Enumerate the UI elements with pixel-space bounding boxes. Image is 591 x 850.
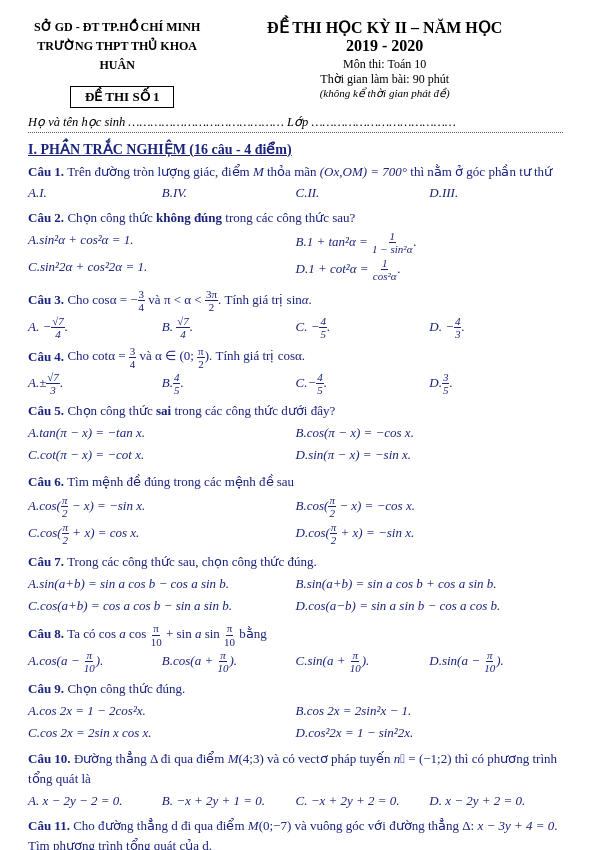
cau6-answers: A.cos(π2 − x) = −sin x. B.cos(π2 − x) = … <box>28 493 563 547</box>
cau10-ans-c: C. −x + 2y + 2 = 0. <box>296 791 430 811</box>
cau7-ans-c: C.cos(a+b) = cos a cos b − sin a sin b. <box>28 595 296 617</box>
section1-title: I. PHẦN TRẮC NGHIỆM (16 câu - 4 điểm) <box>28 141 563 158</box>
cau2-answers: A.sin²α + cos²α = 1. B.1 + tan²α = 11 − … <box>28 229 563 283</box>
exam-subject: Môn thi: Toán 10 <box>206 57 563 72</box>
cau11-text: Cho đường thẳng d đi qua điểm M(0;−7) và… <box>28 818 558 850</box>
cau2-text: Chọn công thức không đúng trong các công… <box>67 210 355 225</box>
cau9-answers: A.cos 2x = 1 − 2cos²x. B.cos 2x = 2sin²x… <box>28 700 563 744</box>
cau4-ans-d: D.35. <box>429 371 563 396</box>
school-info: SỞ GD - ĐT TP.HỒ CHÍ MINH TRƯỜNG THPT TH… <box>28 18 206 108</box>
cau10: Câu 10. Đường thẳng Δ đi qua điểm M(4;3)… <box>28 749 563 810</box>
cau1-ans-a: A.I. <box>28 183 162 203</box>
cau2-label: Câu 2. <box>28 210 64 225</box>
cau8-answers: A.cos(a − π10). B.cos(a + π10). C.sin(a … <box>28 649 563 674</box>
cau4-answers: A.±√73. B.45. C.−45. D.35. <box>28 371 563 396</box>
cau10-label: Câu 10. <box>28 751 71 766</box>
cau3-ans-b: B. √74. <box>162 315 296 340</box>
cau9-ans-d: D.cos²2x = 1 − sin²2x. <box>296 722 564 744</box>
cau8-ans-d: D.sin(a − π10). <box>429 649 563 674</box>
cau6-label: Câu 6. <box>28 474 64 489</box>
cau8: Câu 8. Ta có cos a cos π10 + sin a sin π… <box>28 622 563 673</box>
cau9-ans-c: C.cos 2x = 2sin x cos x. <box>28 722 296 744</box>
exam-title-block: ĐỀ THI HỌC KỲ II – NĂM HỌC 2019 - 2020 M… <box>206 18 563 100</box>
cau3-answers: A. −√74. B. √74. C. −45. D. −43. <box>28 315 563 340</box>
cau10-answers: A. x − 2y − 2 = 0. B. −x + 2y + 1 = 0. C… <box>28 791 563 811</box>
cau9-text: Chọn công thức đúng. <box>67 681 185 696</box>
cau5-ans-a: A.tan(π − x) = −tan x. <box>28 422 296 444</box>
cau8-ans-b: B.cos(a + π10). <box>162 649 296 674</box>
cau5: Câu 5. Chọn công thức sai trong các công… <box>28 401 563 466</box>
cau5-ans-d: D.sin(π − x) = −sin x. <box>296 444 564 466</box>
school-line1: SỞ GD - ĐT TP.HỒ CHÍ MINH <box>28 18 206 37</box>
cau11: Câu 11. Cho đường thẳng d đi qua điểm M(… <box>28 816 563 850</box>
cau2: Câu 2. Chọn công thức không đúng trong c… <box>28 208 563 284</box>
cau7-ans-d: D.cos(a−b) = sin a sin b − cos a cos b. <box>296 595 564 617</box>
cau8-text: Ta có cos a cos π10 + sin a sin π10 bằng <box>67 626 267 641</box>
exam-note: (không kể thời gian phát đề) <box>206 87 563 100</box>
cau9-ans-a: A.cos 2x = 1 − 2cos²x. <box>28 700 296 722</box>
cau4-label: Câu 4. <box>28 348 64 363</box>
cau2-ans-b: B.1 + tan²α = 11 − sin²α. <box>296 229 564 256</box>
cau4-text: Cho cotα = 34 và α ∈ (0; π2). Tính giá t… <box>67 348 305 363</box>
cau5-label: Câu 5. <box>28 403 64 418</box>
cau3-text: Cho cosα = −34 và π < α < 3π2. Tính giá … <box>67 292 311 307</box>
exam-title-line2: 2019 - 2020 <box>206 37 563 55</box>
cau8-ans-a: A.cos(a − π10). <box>28 649 162 674</box>
cau10-ans-d: D. x − 2y + 2 = 0. <box>429 791 563 811</box>
cau2-ans-a: A.sin²α + cos²α = 1. <box>28 229 296 256</box>
cau1-ans-b: B.IV. <box>162 183 296 203</box>
cau7-text: Trong các công thức sau, chọn công thức … <box>67 554 317 569</box>
school-line2: TRƯỜNG THPT THỦ KHOA HUÂN <box>28 37 206 75</box>
cau7-answers: A.sin(a+b) = sin a cos b − cos a sin b. … <box>28 573 563 617</box>
exam-time: Thời gian làm bài: 90 phút <box>206 72 563 87</box>
cau6-ans-a: A.cos(π2 − x) = −sin x. <box>28 493 296 520</box>
cau9-label: Câu 9. <box>28 681 64 696</box>
cau8-label: Câu 8. <box>28 626 64 641</box>
cau7: Câu 7. Trong các công thức sau, chọn côn… <box>28 552 563 617</box>
cau10-ans-b: B. −x + 2y + 1 = 0. <box>162 791 296 811</box>
cau9-ans-b: B.cos 2x = 2sin²x − 1. <box>296 700 564 722</box>
cau4-ans-a: A.±√73. <box>28 371 162 396</box>
header: SỞ GD - ĐT TP.HỒ CHÍ MINH TRƯỜNG THPT TH… <box>28 18 563 108</box>
cau4-ans-b: B.45. <box>162 371 296 396</box>
cau6-ans-b: B.cos(π2 − x) = −cos x. <box>296 493 564 520</box>
cau7-label: Câu 7. <box>28 554 64 569</box>
cau10-text: Đường thẳng Δ đi qua điểm M(4;3) và có v… <box>28 751 557 786</box>
cau8-ans-c: C.sin(a + π10). <box>296 649 430 674</box>
exam-title-line1: ĐỀ THI HỌC KỲ II – NĂM HỌC <box>206 18 563 37</box>
cau6: Câu 6. Tìm mệnh đề đúng trong các mệnh đ… <box>28 472 563 548</box>
de-so-box: ĐỀ THI SỐ 1 <box>70 86 174 108</box>
cau1-label: Câu 1. <box>28 164 64 179</box>
cau3-ans-a: A. −√74. <box>28 315 162 340</box>
cau1-text: Trên đường tròn lượng giác, điểm M thỏa … <box>67 164 552 179</box>
cau4-ans-c: C.−45. <box>296 371 430 396</box>
cau9: Câu 9. Chọn công thức đúng. A.cos 2x = 1… <box>28 679 563 744</box>
cau3: Câu 3. Cho cosα = −34 và π < α < 3π2. Tí… <box>28 288 563 339</box>
cau3-label: Câu 3. <box>28 292 64 307</box>
student-line: Họ và tên học sinh …………………………………… Lớp ……… <box>28 114 563 133</box>
cau2-ans-c: C.sin²2α + cos²2α = 1. <box>28 256 296 283</box>
cau6-ans-c: C.cos(π2 + x) = cos x. <box>28 520 296 547</box>
cau4: Câu 4. Cho cotα = 34 và α ∈ (0; π2). Tín… <box>28 345 563 396</box>
cau5-text: Chọn công thức sai trong các công thức d… <box>67 403 335 418</box>
cau6-ans-d: D.cos(π2 + x) = −sin x. <box>296 520 564 547</box>
section1-title-text: I. PHẦN TRẮC NGHIỆM (16 câu - 4 điểm) <box>28 142 292 157</box>
cau6-text: Tìm mệnh đề đúng trong các mệnh đề sau <box>67 474 294 489</box>
cau5-ans-b: B.cos(π − x) = −cos x. <box>296 422 564 444</box>
cau5-ans-c: C.cot(π − x) = −cot x. <box>28 444 296 466</box>
cau1: Câu 1. Trên đường tròn lượng giác, điểm … <box>28 162 563 203</box>
cau3-ans-c: C. −45. <box>296 315 430 340</box>
cau2-ans-d: D.1 + cot²α = 1cos²α. <box>296 256 564 283</box>
cau11-label: Câu 11. <box>28 818 70 833</box>
cau5-answers: A.tan(π − x) = −tan x. B.cos(π − x) = −c… <box>28 422 563 466</box>
cau1-ans-c: C.II. <box>296 183 430 203</box>
cau3-ans-d: D. −43. <box>429 315 563 340</box>
cau10-ans-a: A. x − 2y − 2 = 0. <box>28 791 162 811</box>
cau7-ans-a: A.sin(a+b) = sin a cos b − cos a sin b. <box>28 573 296 595</box>
cau7-ans-b: B.sin(a+b) = sin a cos b + cos a sin b. <box>296 573 564 595</box>
cau1-answers: A.I. B.IV. C.II. D.III. <box>28 183 563 203</box>
cau1-ans-d: D.III. <box>429 183 563 203</box>
